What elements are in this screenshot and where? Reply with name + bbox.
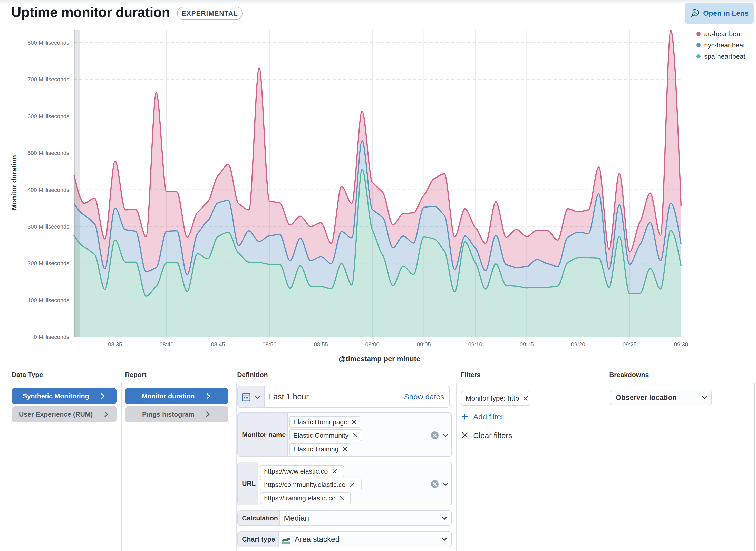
svg-text:08:40: 08:40: [159, 341, 173, 348]
svg-text:09:20: 09:20: [571, 341, 585, 348]
svg-text:700 Milliseconds: 700 Milliseconds: [27, 76, 69, 83]
svg-text:09:30: 09:30: [674, 341, 688, 348]
svg-text:au-heartbeat: au-heartbeat: [704, 30, 742, 38]
svg-text:600 Milliseconds: 600 Milliseconds: [27, 113, 69, 119]
svg-text:spa-heartbeat: spa-heartbeat: [704, 53, 745, 60]
svg-text:200 Milliseconds: 200 Milliseconds: [27, 260, 69, 266]
svg-text:Monitor duration: Monitor duration: [10, 155, 18, 210]
svg-text:08:55: 08:55: [314, 341, 328, 348]
svg-text:08:50: 08:50: [262, 341, 276, 348]
svg-text:0 Milliseconds: 0 Milliseconds: [34, 334, 69, 340]
svg-text:09:05: 09:05: [417, 341, 431, 348]
svg-text:09:10: 09:10: [468, 341, 482, 348]
svg-text:08:35: 08:35: [108, 341, 122, 348]
svg-text:09:00: 09:00: [365, 341, 379, 348]
svg-text:300 Milliseconds: 300 Milliseconds: [27, 223, 69, 230]
svg-text:400 Milliseconds: 400 Milliseconds: [27, 187, 69, 193]
svg-text:800 Milliseconds: 800 Milliseconds: [27, 39, 69, 46]
svg-text:@timestamp per minute: @timestamp per minute: [339, 355, 420, 363]
svg-text:09:25: 09:25: [623, 341, 637, 348]
svg-text:100 Milliseconds: 100 Milliseconds: [27, 297, 69, 304]
svg-text:nyc-heartbeat: nyc-heartbeat: [704, 41, 745, 49]
svg-text:500 Milliseconds: 500 Milliseconds: [27, 150, 69, 156]
svg-text:09:15: 09:15: [520, 341, 534, 348]
svg-text:08:45: 08:45: [211, 341, 225, 348]
